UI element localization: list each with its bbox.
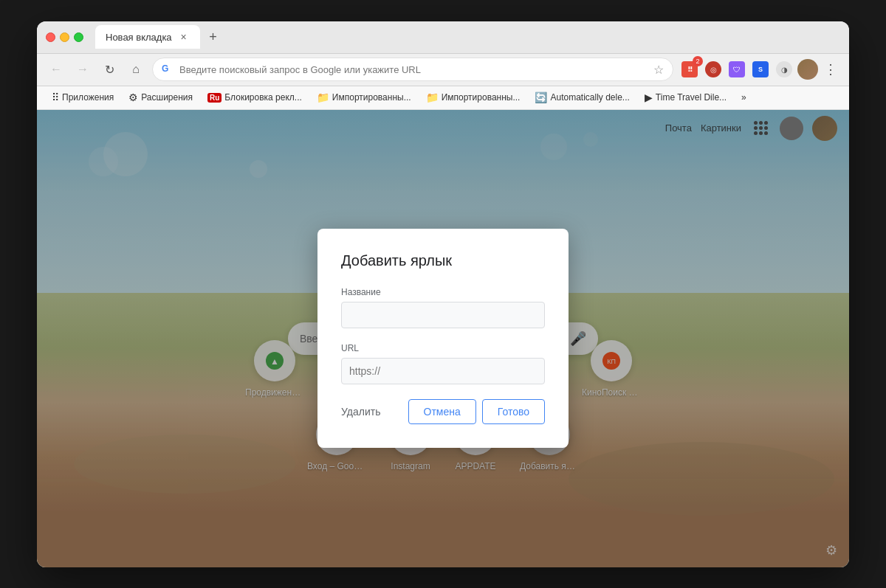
back-button[interactable]: ← [46,59,66,80]
page-content: Почта Картинки 🎤 [37,110,849,567]
bookmark-extensions[interactable]: ⚙ Расширения [123,89,199,106]
google-g-icon: G [162,63,174,75]
address-input[interactable] [179,64,648,75]
ext-icon-4[interactable]: S [750,59,771,80]
browser-menu-button[interactable]: ⋮ [821,61,840,77]
adblock-icon: Ru [207,93,222,103]
url-label: URL [341,343,545,353]
modal-overlay: Добавить ярлык Название URL Удалить Отме… [37,110,849,567]
bookmarks-bar: ⠿ Приложения ⚙ Расширения Ru Блокировка … [37,86,849,110]
minimize-button[interactable] [60,32,69,42]
browser-profile-avatar[interactable] [797,59,818,80]
bookmark-adblock[interactable]: Ru Блокировка рекл... [202,89,308,106]
refresh-button[interactable]: ↻ [99,59,120,80]
tab-title: Новая вкладка [106,32,172,43]
active-tab[interactable]: Новая вкладка × [95,25,200,49]
done-button[interactable]: Готово [482,399,545,424]
autodelete-icon: 🔄 [535,91,547,103]
modal-actions: Удалить Отмена Готово [341,399,545,424]
folder2-icon: 📁 [426,91,439,103]
bookmark-apps[interactable]: ⠿ Приложения [46,89,120,106]
url-field-group: URL [341,343,545,384]
name-input[interactable] [341,302,545,328]
bookmark-timetravel[interactable]: ▶ Time Travel Dile... [639,89,732,106]
browser-window: Новая вкладка × + ← → ↻ ⌂ G ☆ ⠿ 2 [37,21,849,567]
name-label: Название [341,287,545,297]
nav-icons: ⠿ 2 ◎ 🛡 S ◑ [679,59,840,80]
badge-count: 2 [693,56,703,66]
timetravel-icon: ▶ [645,91,653,103]
cancel-button[interactable]: Отмена [408,399,476,424]
apps-icon: ⠿ [52,91,59,103]
title-bar: Новая вкладка × + [37,21,849,54]
bookmark-more[interactable]: » [735,89,752,106]
close-button[interactable] [46,32,55,42]
tab-bar: Новая вкладка × + [95,25,840,49]
page-background: Почта Картинки 🎤 [37,110,849,567]
folder1-icon: 📁 [317,91,329,103]
delete-button[interactable]: Удалить [341,400,380,423]
ext-icon-2[interactable]: ◎ [703,59,724,80]
name-field-group: Название [341,287,545,328]
home-button[interactable]: ⌂ [126,59,146,80]
bookmark-star-icon[interactable]: ☆ [653,63,664,77]
modal-title: Добавить ярлык [341,252,545,269]
add-shortcut-dialog: Добавить ярлык Название URL Удалить Отме… [317,229,569,448]
confirm-buttons: Отмена Готово [408,399,545,424]
ext-icon-3[interactable]: 🛡 [727,59,747,80]
tab-close-button[interactable]: × [178,31,190,43]
bookmark-imported2[interactable]: 📁 Импортированны... [420,89,526,106]
bookmark-imported1[interactable]: 📁 Импортированны... [311,89,417,106]
bookmark-autodelete[interactable]: 🔄 Automatically dele... [529,89,635,106]
maximize-button[interactable] [74,32,83,42]
new-tab-button[interactable]: + [203,27,224,47]
forward-button[interactable]: → [72,59,93,80]
nav-bar: ← → ↻ ⌂ G ☆ ⠿ 2 ◎ 🛡 [37,54,849,86]
extensions-icon: ⚙ [128,91,138,103]
ext-icon-1[interactable]: ⠿ 2 [679,59,700,80]
traffic-lights [46,32,83,42]
address-bar: G ☆ [152,58,673,81]
ext-icon-5[interactable]: ◑ [774,59,794,80]
url-input[interactable] [341,358,545,384]
